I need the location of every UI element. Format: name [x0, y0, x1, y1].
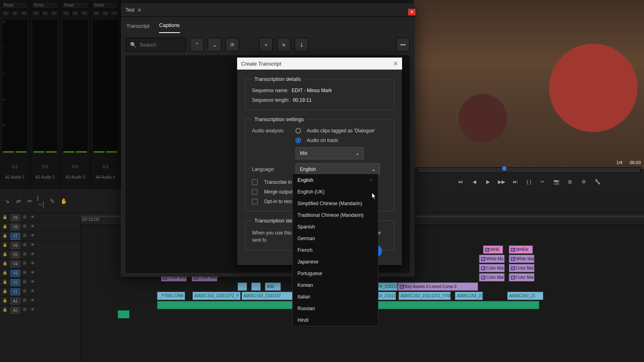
- track-select[interactable]: Mix⌄: [295, 147, 364, 159]
- track-header[interactable]: 🔒V2⦿👁: [0, 278, 80, 287]
- panel-menu-icon[interactable]: ≡: [138, 7, 141, 13]
- clip[interactable]: fxWHE: [483, 245, 503, 254]
- more-icon[interactable]: •••: [396, 38, 410, 51]
- clip[interactable]: fxKey Assets 4 Linked Comp 0: [398, 282, 478, 291]
- preview-frame: [414, 0, 644, 169]
- language-dropdown[interactable]: English✓English (UK)Simplified Chinese (…: [292, 174, 378, 326]
- transport-button[interactable]: ⚙: [579, 177, 588, 186]
- language-option[interactable]: Japanese: [293, 256, 378, 267]
- timeline-tool[interactable]: |↔|: [37, 197, 45, 205]
- clip[interactable]: A00SC153_2101137: [242, 292, 294, 300]
- clip[interactable]: A00SC153_2101: [455, 292, 483, 300]
- language-option[interactable]: Portuguese: [293, 267, 378, 279]
- clip[interactable]: fxWhite Mat: [509, 255, 535, 263]
- transport-controls: ⏮◀▶▶▶⏭{ }✂📷⊞⚙🔧: [414, 175, 644, 189]
- timeline-tool[interactable]: ✎: [48, 197, 56, 205]
- timeline-tool[interactable]: ✂: [26, 197, 34, 205]
- track-header[interactable]: 🔒V8⦿👁: [0, 222, 80, 232]
- tab-captions[interactable]: Captions: [159, 22, 180, 33]
- clip[interactable]: _YT001.CRM: [157, 292, 185, 300]
- language-option[interactable]: Korean: [293, 279, 378, 291]
- track-header[interactable]: 🔒A1⦿👁: [0, 296, 80, 306]
- clip[interactable]: fxColor Mat: [479, 264, 505, 272]
- timecode: 00:03: [630, 160, 641, 165]
- dialog-close-icon[interactable]: ✕: [393, 60, 398, 67]
- clip[interactable]: A00SC153_21: [507, 292, 543, 300]
- transcription-details: Transcription details Sequence name:EDIT…: [245, 76, 394, 110]
- mixer-strip: Read MSR dB-2-12-24-36-- 0.0 A1 Audio 1: [0, 0, 30, 189]
- clip[interactable]: A00SC153_21011372_Y: [192, 292, 241, 300]
- clip[interactable]: [251, 282, 261, 291]
- prev-icon[interactable]: ⌃: [190, 38, 204, 51]
- clip[interactable]: [118, 310, 130, 319]
- track-headers: 🔒V9⦿👁🔒V8⦿👁🔒V7⦿👁🔒V6⦿👁🔒V5⦿👁🔒V4⦿👁🔒V3⦿👁🔒V2⦿👁…: [0, 213, 80, 362]
- language-option[interactable]: English✓: [293, 174, 378, 186]
- refresh-icon[interactable]: ⟳: [225, 38, 239, 51]
- language-option[interactable]: Hindi: [293, 314, 378, 326]
- language-option[interactable]: Russian: [293, 302, 378, 314]
- transport-button[interactable]: ▶▶: [497, 177, 506, 186]
- track-header[interactable]: 🔒V1⦿👁: [0, 287, 80, 296]
- radio-on-track[interactable]: [295, 138, 301, 143]
- language-option[interactable]: Traditional Chinese (Mandarin): [293, 209, 378, 221]
- audio-mixer: Read MSR dB-2-12-24-36-- 0.0 A1 Audio 1 …: [0, 0, 121, 189]
- transport-button[interactable]: ⊞: [566, 177, 574, 186]
- transport-button[interactable]: { }: [524, 177, 533, 186]
- transport-button[interactable]: 📷: [552, 177, 561, 186]
- track-header[interactable]: 🔒V6⦿👁: [0, 241, 80, 250]
- chevron-down-icon: ⌄: [372, 167, 376, 172]
- close-panel-button[interactable]: ✕: [408, 9, 415, 15]
- timeline-tools: ↘⇄✂|↔|✎✋: [0, 197, 80, 205]
- radio-dialogue[interactable]: [295, 128, 301, 134]
- timeline-tool[interactable]: ↘: [3, 197, 11, 205]
- chevron-down-icon: ⌄: [355, 150, 359, 156]
- automation-mode[interactable]: Read: [2, 2, 28, 9]
- track-header[interactable]: 🔒V9⦿👁: [0, 213, 80, 222]
- merge-icon[interactable]: ⤓: [295, 38, 308, 51]
- track-header[interactable]: 🔒A2⦿👁: [0, 306, 80, 315]
- timeline-tool[interactable]: ✋: [60, 197, 68, 205]
- transport-button[interactable]: ⏭: [511, 177, 520, 186]
- transport-button[interactable]: 🔧: [593, 177, 602, 186]
- transport-button[interactable]: ✂: [538, 177, 547, 186]
- clip[interactable]: A00SC153_21011372_YT00: [398, 292, 451, 300]
- transport-button[interactable]: ⏮: [456, 177, 465, 186]
- language-option[interactable]: Simplified Chinese (Mandarin): [293, 197, 378, 209]
- timeline-tool[interactable]: ⇄: [14, 197, 23, 205]
- track-header[interactable]: 🔒V4⦿👁: [0, 259, 80, 269]
- clip[interactable]: fxColor Mat: [479, 273, 505, 282]
- checkbox-optin[interactable]: [252, 199, 258, 204]
- dialog-title: Create Transcript: [241, 61, 281, 67]
- clip[interactable]: [237, 282, 247, 291]
- transport-button[interactable]: ▶: [483, 177, 492, 186]
- checkbox-inpoint[interactable]: [252, 179, 258, 185]
- clip[interactable]: fxWHEN: [509, 245, 533, 254]
- panel-title: Text: [126, 7, 134, 13]
- split-icon[interactable]: ≡: [277, 38, 291, 51]
- search-icon: 🔍: [130, 42, 136, 48]
- language-option[interactable]: French: [293, 244, 378, 256]
- language-option[interactable]: English (UK): [293, 186, 378, 197]
- track-header[interactable]: 🔒V7⦿👁: [0, 232, 80, 241]
- next-icon[interactable]: ⌄: [208, 38, 221, 51]
- program-monitor: 1/400:03 ⏮◀▶▶▶⏭{ }✂📷⊞⚙🔧: [414, 0, 644, 189]
- checkbox-merge[interactable]: [252, 189, 258, 195]
- add-caption-icon[interactable]: +: [259, 38, 273, 51]
- track-header[interactable]: 🔒V3⦿👁: [0, 269, 80, 278]
- transport-button[interactable]: ◀: [470, 177, 479, 186]
- track-header[interactable]: 🔒V5⦿👁: [0, 250, 80, 259]
- tab-transcript[interactable]: Transcript: [126, 23, 149, 33]
- preview-scrubber[interactable]: [417, 167, 641, 173]
- search-input[interactable]: 🔍 Search: [126, 38, 186, 51]
- language-option[interactable]: German: [293, 232, 378, 244]
- zoom-level[interactable]: 1/4: [616, 160, 622, 165]
- clip[interactable]: fxWhite Ma: [479, 255, 505, 263]
- clip[interactable]: fxColor Mat: [509, 264, 535, 272]
- language-option[interactable]: Spanish: [293, 221, 378, 232]
- language-option[interactable]: Italian: [293, 291, 378, 302]
- clip[interactable]: fxColor Mat: [509, 273, 535, 282]
- clip[interactable]: A00: [265, 282, 281, 291]
